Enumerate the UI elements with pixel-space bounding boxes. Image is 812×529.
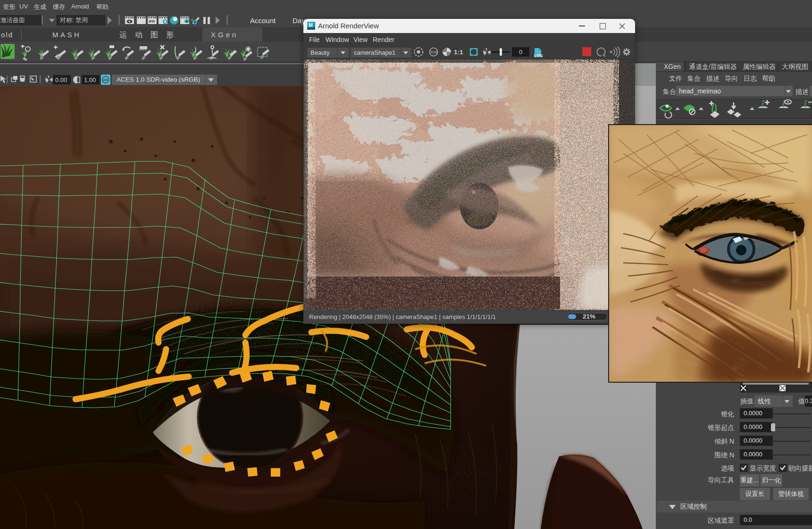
- svg-text:ON: ON: [103, 78, 109, 82]
- svg-text:IPR: IPR: [149, 19, 155, 24]
- svg-text:1:1: 1:1: [454, 49, 463, 56]
- svg-text:M: M: [309, 23, 313, 28]
- svg-text:0: 0: [519, 49, 522, 56]
- svg-text:1.00: 1.00: [84, 76, 96, 84]
- svg-text:RGB: RGB: [431, 50, 437, 54]
- svg-text:LOG: LOG: [534, 53, 543, 58]
- svg-text:0.00: 0.00: [55, 76, 67, 84]
